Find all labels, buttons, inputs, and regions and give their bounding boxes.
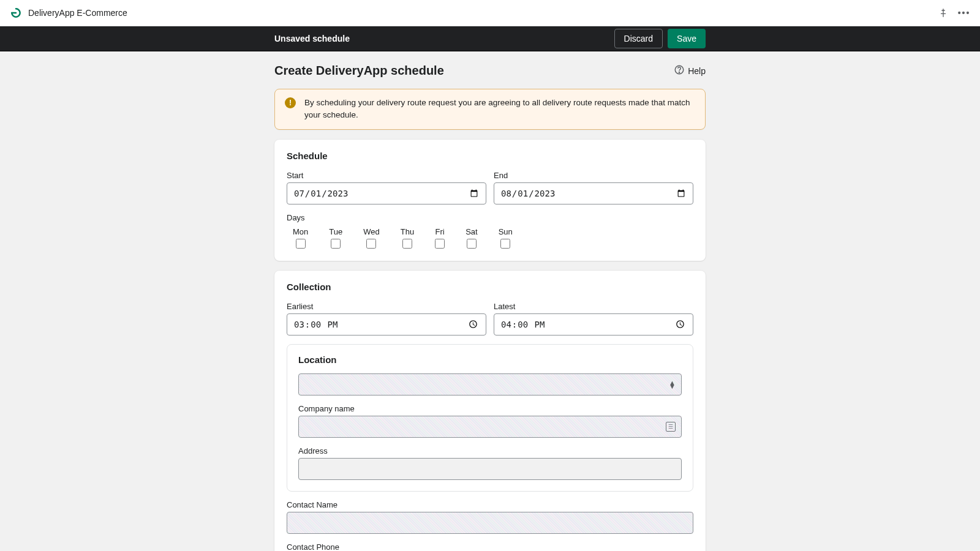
- day-fri: Fri: [435, 227, 445, 249]
- pin-icon[interactable]: [937, 7, 949, 19]
- save-button[interactable]: Save: [668, 29, 706, 48]
- save-bar-title: Unsaved schedule: [274, 34, 350, 43]
- top-bar-right: •••: [937, 7, 970, 19]
- top-bar-left: DeliveryApp E-Commerce: [10, 7, 127, 19]
- day-thu: Thu: [401, 227, 414, 249]
- more-icon[interactable]: •••: [958, 7, 970, 19]
- svg-point-1: [679, 72, 680, 73]
- app-title: DeliveryApp E-Commerce: [28, 8, 127, 18]
- page-content: Create DeliveryApp schedule Help ! By sc…: [274, 51, 706, 551]
- day-mon-checkbox[interactable]: [296, 239, 306, 249]
- location-subcard: Location ▲▼ Company name ☰ Address: [287, 344, 693, 492]
- app-logo-icon: [10, 7, 22, 19]
- contact-name-label: Contact Name: [287, 500, 693, 509]
- day-sat: Sat: [466, 227, 478, 249]
- warning-icon: !: [285, 97, 296, 108]
- day-fri-checkbox[interactable]: [435, 239, 445, 249]
- latest-time-input[interactable]: [494, 313, 693, 335]
- help-icon: [674, 64, 685, 77]
- contact-phone-label: Contact Phone: [287, 542, 693, 552]
- day-mon: Mon: [293, 227, 308, 249]
- earliest-time-input[interactable]: [287, 313, 486, 335]
- day-tue-checkbox[interactable]: [331, 239, 341, 249]
- company-label: Company name: [298, 404, 682, 413]
- start-date-input[interactable]: [287, 182, 486, 204]
- schedule-card: Schedule Start End Days Mon Tue Wed Thu …: [274, 140, 706, 261]
- location-heading: Location: [298, 354, 682, 365]
- banner-text: By scheduling your delivery route reques…: [304, 97, 695, 122]
- collection-heading: Collection: [287, 282, 693, 292]
- day-sun-checkbox[interactable]: [500, 239, 510, 249]
- top-bar: DeliveryApp E-Commerce •••: [0, 0, 980, 26]
- day-sat-checkbox[interactable]: [467, 239, 477, 249]
- schedule-heading: Schedule: [287, 151, 693, 161]
- end-label: End: [494, 171, 693, 180]
- end-date-input[interactable]: [494, 182, 693, 204]
- day-wed: Wed: [363, 227, 380, 249]
- address-label: Address: [298, 446, 682, 455]
- days-row: Mon Tue Wed Thu Fri Sat Sun: [287, 227, 693, 249]
- location-select[interactable]: [298, 373, 682, 395]
- discard-button[interactable]: Discard: [614, 29, 663, 48]
- earliest-label: Earliest: [287, 302, 486, 311]
- day-wed-checkbox[interactable]: [366, 239, 376, 249]
- warning-banner: ! By scheduling your delivery route requ…: [274, 89, 706, 130]
- days-label: Days: [287, 213, 693, 222]
- day-tue: Tue: [329, 227, 342, 249]
- day-thu-checkbox[interactable]: [402, 239, 412, 249]
- collection-card: Collection Earliest Latest Location: [274, 271, 706, 552]
- company-name-input[interactable]: [298, 416, 682, 438]
- save-bar: Unsaved schedule Discard Save: [0, 26, 980, 51]
- contact-name-input[interactable]: [287, 512, 693, 534]
- help-link[interactable]: Help: [674, 64, 706, 77]
- contacts-icon[interactable]: ☰: [666, 422, 676, 432]
- start-label: Start: [287, 171, 486, 180]
- day-sun: Sun: [499, 227, 513, 249]
- page-title: Create DeliveryApp schedule: [274, 64, 444, 78]
- address-input: [298, 458, 682, 480]
- help-label: Help: [688, 66, 706, 76]
- latest-label: Latest: [494, 302, 693, 311]
